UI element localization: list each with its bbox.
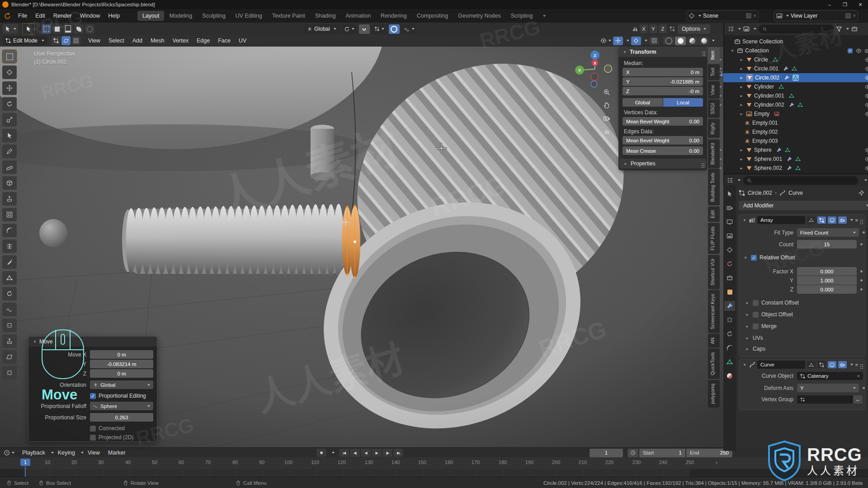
ortho-grid-icon[interactable] — [603, 128, 610, 135]
outliner-row-sphere-002[interactable]: ▸Sphere.002 — [723, 164, 868, 173]
sidebar-tab-quicktools[interactable]: QuickTools — [708, 348, 720, 379]
tab-texture-paint[interactable]: Texture Paint — [267, 11, 310, 21]
curve-object-field[interactable]: Catenary× — [797, 372, 863, 380]
hide-eye-icon[interactable] — [865, 57, 868, 63]
move-x-field[interactable]: 0 m — [90, 350, 153, 359]
proportional-editing-toggle[interactable] — [389, 24, 400, 34]
tool-inset-faces[interactable] — [2, 208, 17, 221]
select-mode-subtract-button[interactable] — [63, 24, 73, 34]
viewport-menu-add[interactable]: Add — [128, 36, 146, 45]
tool-poly-build[interactable] — [2, 271, 17, 285]
tab-particles-icon[interactable] — [724, 315, 735, 325]
rendered-shading-button[interactable] — [698, 37, 709, 45]
timeline-track[interactable] — [0, 469, 868, 477]
outliner-row-empty-002[interactable]: Empty.002 — [723, 127, 868, 136]
outliner-row-cylinder-002[interactable]: ▸Cylinder.002 — [723, 100, 868, 109]
breadcrumb-modifier[interactable]: Curve — [788, 190, 803, 196]
modifier-name-field[interactable]: Array — [757, 216, 805, 224]
outliner-row-scene-collection[interactable]: Scene Collection — [723, 37, 868, 46]
tool-annotate[interactable] — [2, 145, 17, 158]
navigation-gizmo[interactable]: Z X Y — [572, 48, 618, 89]
outliner-row-empty-001[interactable]: Empty.001 — [723, 118, 868, 127]
sidebar-tab-polygoniq[interactable]: polygoniq — [708, 380, 720, 408]
invert-vertex-group-button[interactable]: ↔ — [853, 395, 863, 404]
snap-with-dropdown[interactable] — [372, 24, 387, 34]
median-y-field[interactable]: Y-0.021885 m — [623, 77, 703, 86]
vertex-group-field[interactable] — [797, 395, 853, 404]
connected-checkbox[interactable] — [90, 426, 96, 432]
tab-world-icon[interactable] — [724, 259, 735, 269]
camera-view-icon[interactable] — [603, 115, 610, 122]
count-field[interactable]: 15 — [797, 240, 857, 249]
proportional-size-field[interactable]: 0.263 — [90, 413, 153, 422]
tool-rip-region[interactable] — [2, 366, 17, 380]
outliner-filter-icon[interactable] — [836, 26, 842, 32]
tab-render-icon[interactable] — [724, 203, 735, 213]
tool-scale[interactable] — [2, 113, 17, 127]
tool-move[interactable] — [2, 81, 17, 95]
material-shading-button[interactable] — [687, 37, 698, 45]
tool-rotate[interactable] — [2, 97, 17, 111]
tab-scene-icon[interactable] — [724, 245, 735, 255]
frame-start-field[interactable]: Start1 — [639, 449, 685, 457]
select-mode-intersect-button[interactable] — [85, 24, 94, 34]
tab-modifiers-icon[interactable] — [724, 301, 735, 311]
outliner-search-input[interactable] — [759, 25, 834, 33]
hide-eye-icon[interactable] — [865, 102, 868, 108]
tool-extrude-region[interactable] — [2, 192, 17, 206]
copy-view-layer-icon[interactable] — [845, 13, 851, 19]
close-button[interactable]: ✕ — [853, 0, 868, 9]
tool-knife[interactable] — [2, 255, 17, 269]
show-in-editmode-toggle[interactable] — [817, 361, 826, 368]
deform-axis-dropdown[interactable]: Y — [797, 384, 859, 392]
tab-compositing[interactable]: Compositing — [412, 11, 453, 21]
tool-smooth[interactable] — [2, 303, 17, 316]
mode-dropdown[interactable]: Edit Mode — [3, 36, 47, 45]
sidebar-tab-building-tools[interactable]: Building Tools — [708, 169, 720, 206]
tab-constraints-icon[interactable] — [724, 343, 735, 353]
remove-modifier-icon[interactable]: × — [855, 217, 859, 224]
show-viewport-toggle[interactable] — [828, 216, 836, 224]
outliner-row-collection[interactable]: ▾Collection ✓ — [723, 46, 868, 55]
show-render-toggle[interactable] — [838, 216, 847, 224]
mirror-z-button[interactable]: Z — [659, 24, 667, 33]
tab-uv-editing[interactable]: UV Editing — [231, 11, 267, 21]
tab-collection-icon[interactable] — [724, 273, 735, 283]
viewport-menu-uv[interactable]: UV — [235, 36, 250, 45]
modifier-extras-dropdown[interactable] — [850, 364, 853, 366]
tab-rendering[interactable]: Rendering — [376, 11, 412, 21]
transform-orientation-dropdown[interactable]: Global — [304, 24, 340, 34]
jump-to-start-button[interactable]: |◀ — [339, 449, 349, 457]
show-on-cage-toggle[interactable] — [807, 361, 816, 368]
remove-modifier-icon[interactable]: × — [855, 361, 859, 368]
tool-loop-cut[interactable] — [2, 239, 17, 253]
local-button[interactable]: Local — [663, 98, 703, 107]
hide-eye-icon[interactable] — [865, 93, 868, 99]
pan-hand-icon[interactable] — [603, 102, 610, 109]
blender-logo-icon[interactable] — [4, 12, 11, 20]
outliner-row-circle[interactable]: ▸Circle — [723, 55, 868, 64]
hide-eye-icon[interactable] — [865, 75, 868, 81]
breadcrumb-object[interactable]: Circle.002 — [748, 190, 772, 196]
select-mode-new-button[interactable] — [42, 24, 51, 34]
edge-bevel-weight-field[interactable]: Mean Bevel Weight0.00 — [623, 136, 703, 145]
factor-x-field[interactable]: 0.000 — [797, 267, 857, 276]
solid-shading-button[interactable] — [675, 37, 686, 45]
xray-toggle[interactable] — [649, 37, 659, 45]
play-reverse-button[interactable]: ◀ — [361, 449, 371, 457]
options-dropdown[interactable]: Options — [678, 24, 710, 34]
sidebar-tab-blenderkit[interactable]: BlenderKit — [708, 139, 720, 168]
tab-shading[interactable]: Shading — [310, 11, 341, 21]
drag-handle-icon[interactable] — [860, 364, 861, 365]
tool-add-cube[interactable] — [2, 176, 17, 190]
timeline-editor-icon[interactable] — [4, 450, 10, 456]
mean-crease-field[interactable]: Mean Crease0.00 — [623, 146, 703, 155]
outliner-row-circle-001[interactable]: ▸Circle.001 — [723, 64, 868, 73]
tab-tool-icon[interactable] — [724, 189, 735, 199]
scene-selector[interactable]: Scene × — [686, 10, 759, 21]
properties-editor-type-icon[interactable] — [727, 177, 733, 183]
hide-eye-icon[interactable] — [865, 66, 868, 72]
sidebar-tab-flip-fluids[interactable]: FLIP Fluids — [708, 223, 720, 254]
visibility-dropdown[interactable] — [600, 38, 611, 44]
active-tool-button[interactable] — [23, 23, 34, 34]
